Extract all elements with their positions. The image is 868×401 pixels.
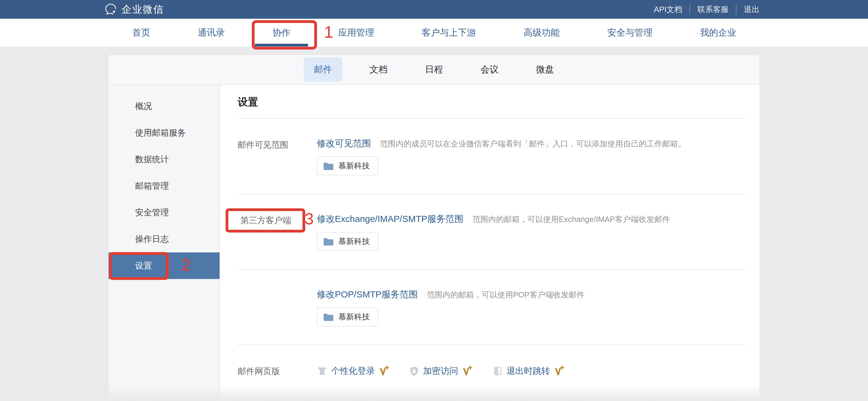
- section-label: 邮件可见范围: [238, 137, 317, 175]
- annotation-number-3: 3: [305, 210, 314, 227]
- shirt-icon: [317, 366, 328, 376]
- section-webmail: 邮件网页版 个性化登录: [238, 345, 746, 396]
- sidebar-item-overview[interactable]: 概况: [108, 93, 220, 120]
- nav-item-customers[interactable]: 客户与上下游: [422, 19, 476, 47]
- section-label: [238, 288, 317, 326]
- scope-tag[interactable]: 慕新科技: [317, 232, 378, 251]
- nav-item-security-management[interactable]: 安全与管理: [607, 19, 652, 47]
- section-third-party-client: 第三方客户端 3 修改Exchange/IMAP/SMTP服务范围 范围内的邮箱…: [238, 194, 746, 270]
- sidebar-item-mailbox-management[interactable]: 邮箱管理: [108, 173, 220, 199]
- modify-exchange-imap-smtp-link[interactable]: 修改Exchange/IMAP/SMTP服务范围: [317, 213, 464, 225]
- premium-vip-icon: [462, 365, 473, 378]
- nav-item-advanced[interactable]: 高级功能: [524, 19, 560, 47]
- mail-sidebar: 概况 使用邮箱服务 数据统计 邮箱管理 安全管理 操作日志 设置: [108, 85, 220, 400]
- folder-icon: [323, 237, 334, 246]
- section-pop-smtp: 修改POP/SMTP服务范围 范围内的邮箱，可以使用POP客户端收发邮件 慕新科…: [238, 270, 746, 345]
- nav-item-my-company[interactable]: 我的企业: [700, 19, 736, 47]
- sidebar-item-data-statistics[interactable]: 数据统计: [108, 146, 220, 173]
- subtab-docs[interactable]: 文档: [359, 57, 398, 82]
- nav-item-collaboration[interactable]: 协作: [272, 19, 290, 47]
- feature-redirect-on-logout[interactable]: 退出时跳转: [492, 365, 565, 378]
- contact-support-link[interactable]: 联系客服: [689, 4, 736, 15]
- scope-tag[interactable]: 慕新科技: [317, 156, 378, 175]
- subtab-drive[interactable]: 微盘: [526, 57, 564, 82]
- door-icon: [492, 366, 503, 376]
- main-nav: 首页 通讯录 协作 应用管理 客户与上下游 高级功能 安全与管理 我的企业: [0, 19, 868, 47]
- subtab-meeting[interactable]: 会议: [470, 57, 509, 82]
- brand-name: 企业微信: [122, 3, 164, 16]
- settings-card: 邮件 文档 日程 会议 微盘 概况 使用邮箱服务 数据统计 邮箱管理 安全管理 …: [108, 55, 760, 401]
- section-label: 邮件网页版: [238, 364, 317, 378]
- top-header-bar: 企业微信 API文档 联系客服 退出: [0, 0, 868, 19]
- section-description: 范围内的邮箱，可以使用Exchange/IMAP客户端收发邮件: [473, 214, 670, 225]
- sidebar-item-settings[interactable]: 设置: [108, 252, 220, 279]
- nav-item-app-management[interactable]: 应用管理: [338, 19, 374, 47]
- folder-icon: [323, 162, 334, 170]
- premium-vip-icon: [554, 365, 565, 378]
- folder-icon: [323, 313, 334, 321]
- scope-tag-label: 慕新科技: [338, 236, 370, 247]
- feature-encrypted-access[interactable]: 加密访问: [409, 365, 473, 378]
- subtab-mail[interactable]: 邮件: [304, 57, 342, 82]
- scope-tag[interactable]: 慕新科技: [317, 307, 378, 326]
- modify-visibility-link[interactable]: 修改可见范围: [317, 137, 371, 150]
- top-links: API文档 联系客服 退出: [647, 4, 760, 15]
- nav-item-home[interactable]: 首页: [132, 19, 150, 47]
- brand-logo: 企业微信: [104, 2, 164, 16]
- shield-lock-icon: [409, 366, 420, 376]
- wework-bubble-logo-icon: [104, 2, 118, 16]
- nav-item-contacts[interactable]: 通讯录: [198, 19, 225, 47]
- api-doc-link[interactable]: API文档: [647, 4, 689, 15]
- sidebar-item-operation-log[interactable]: 操作日志: [108, 226, 220, 252]
- section-mail-visibility: 邮件可见范围 修改可见范围 范围内的成员可以在企业微信客户端看到「邮件」入口，可…: [238, 119, 746, 194]
- settings-content: 设置 邮件可见范围 修改可见范围 范围内的成员可以在企业微信客户端看到「邮件」入…: [220, 85, 760, 400]
- sidebar-item-use-mail-service[interactable]: 使用邮箱服务: [108, 120, 220, 146]
- sidebar-item-security-management[interactable]: 安全管理: [108, 199, 220, 226]
- scope-tag-label: 慕新科技: [338, 161, 370, 171]
- feature-personalized-login[interactable]: 个性化登录: [317, 365, 390, 378]
- annotation-box-3: 第三方客户端: [226, 208, 305, 232]
- collaboration-subtabs: 邮件 文档 日程 会议 微盘: [108, 55, 760, 85]
- modify-pop-smtp-link[interactable]: 修改POP/SMTP服务范围: [317, 288, 418, 301]
- page-title: 设置: [238, 85, 746, 119]
- subtab-calendar[interactable]: 日程: [415, 57, 453, 82]
- section-description: 范围内的成员可以在企业微信客户端看到「邮件」入口，可以添加使用自己的工作邮箱。: [380, 139, 686, 149]
- scope-tag-label: 慕新科技: [338, 312, 370, 322]
- logout-link[interactable]: 退出: [736, 4, 760, 15]
- section-description: 范围内的邮箱，可以使用POP客户端收发邮件: [427, 290, 585, 300]
- premium-vip-icon: [378, 365, 390, 378]
